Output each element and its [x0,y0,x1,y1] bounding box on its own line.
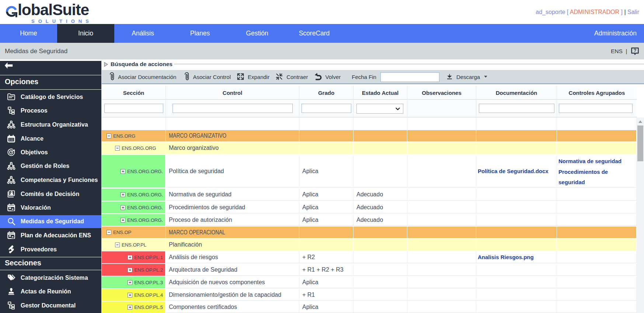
svg-text:?: ? [634,48,637,53]
